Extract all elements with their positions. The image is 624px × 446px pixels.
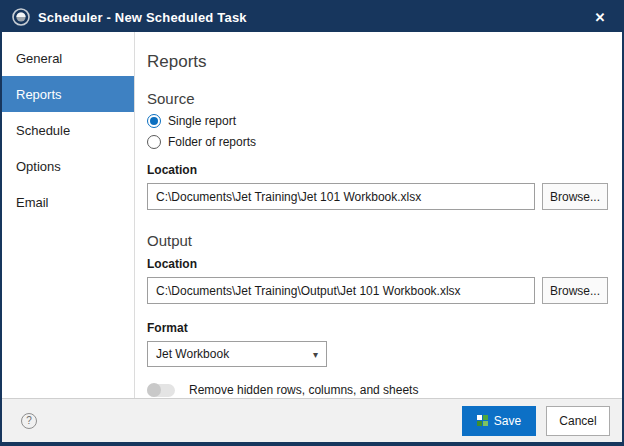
source-location-input[interactable] — [147, 183, 535, 210]
sidebar-item-options[interactable]: Options — [2, 148, 134, 184]
remove-hidden-toggle-label: Remove hidden rows, columns, and sheets — [189, 383, 418, 397]
sidebar-item-email[interactable]: Email — [2, 184, 134, 220]
save-button-label: Save — [494, 414, 521, 428]
radio-folder-of-reports[interactable]: Folder of reports — [147, 135, 608, 149]
scheduler-app-icon — [12, 8, 30, 26]
reports-panel: Reports Source Single report Folder of r… — [135, 32, 622, 398]
window-title: Scheduler - New Scheduled Task — [38, 10, 580, 25]
format-dropdown-value: Jet Workbook — [156, 347, 313, 361]
radio-folder-of-reports-label: Folder of reports — [168, 135, 256, 149]
jet-pinwheel-icon — [477, 415, 488, 426]
output-browse-button[interactable]: Browse... — [542, 277, 608, 304]
footer: ? Save Cancel — [2, 398, 622, 442]
source-heading: Source — [147, 90, 608, 107]
sidebar-item-reports[interactable]: Reports — [2, 76, 134, 112]
output-heading: Output — [147, 232, 608, 249]
remove-hidden-toggle[interactable] — [147, 384, 175, 397]
output-location-input[interactable] — [147, 277, 535, 304]
sidebar-item-general[interactable]: General — [2, 40, 134, 76]
radio-button-icon[interactable] — [147, 135, 161, 149]
save-button[interactable]: Save — [462, 406, 536, 436]
sidebar-item-schedule[interactable]: Schedule — [2, 112, 134, 148]
output-location-label: Location — [147, 257, 608, 271]
chevron-down-icon: ▾ — [313, 349, 318, 360]
dialog-body: General Reports Schedule Options Email R… — [2, 32, 622, 398]
radio-single-report[interactable]: Single report — [147, 114, 608, 128]
help-icon[interactable]: ? — [21, 413, 37, 429]
cancel-button[interactable]: Cancel — [546, 406, 610, 436]
radio-button-icon[interactable] — [147, 114, 161, 128]
remove-hidden-toggle-row: Remove hidden rows, columns, and sheets — [147, 383, 608, 397]
source-browse-button[interactable]: Browse... — [542, 183, 608, 210]
format-dropdown[interactable]: Jet Workbook ▾ — [147, 341, 327, 367]
output-location-row: Browse... — [147, 277, 608, 304]
toggle-knob — [147, 383, 161, 397]
close-icon[interactable]: ✕ — [588, 5, 612, 29]
source-location-label: Location — [147, 163, 608, 177]
source-location-row: Browse... — [147, 183, 608, 210]
radio-single-report-label: Single report — [168, 114, 236, 128]
page-title: Reports — [147, 52, 608, 72]
sidebar: General Reports Schedule Options Email — [2, 32, 135, 398]
format-label: Format — [147, 321, 608, 335]
titlebar: Scheduler - New Scheduled Task ✕ — [2, 2, 622, 32]
scheduler-dialog: Scheduler - New Scheduled Task ✕ General… — [0, 0, 624, 446]
